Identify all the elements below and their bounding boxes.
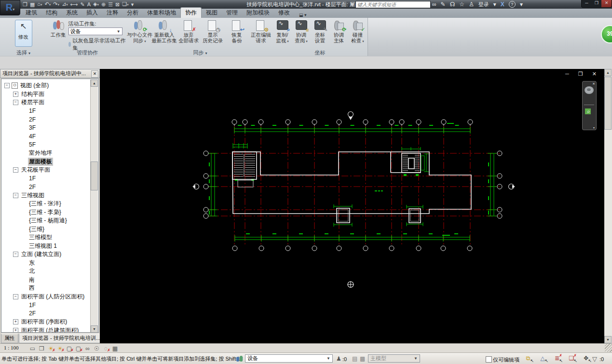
plus-expander-icon[interactable]: + (13, 92, 18, 97)
view-window-buttons[interactable]: ─ ❐ ✕ (565, 71, 600, 77)
search-icon[interactable]: ∞ (432, 1, 436, 8)
plus-expander-icon[interactable]: + (13, 319, 18, 324)
drawing-area[interactable]: ─ ❐ ✕ ✕ ▾ (100, 69, 604, 343)
crop-region-visible-icon[interactable]: ▢✗ (75, 345, 82, 352)
minus-expander-icon[interactable]: − (13, 294, 18, 299)
design-option-dropdown[interactable]: 主模型▼ (368, 354, 420, 363)
scroll-up-icon[interactable]: ▲ (91, 80, 98, 87)
tree-item-面积平面 (人防分区面积)[interactable]: −面积平面 (人防分区面积) (3, 293, 98, 301)
open-icon[interactable]: ❐ (22, 0, 28, 8)
button-恢复备份[interactable]: ↩恢复备份 (225, 19, 248, 49)
button-正在编辑请求[interactable]: ⊙正在编辑请求 (249, 19, 272, 49)
temporary-hide-isolate-icon[interactable]: ☉ (93, 345, 100, 352)
tree-item-三维视图 1[interactable]: 三维视图 1 (3, 242, 98, 251)
tree-item-2F[interactable]: 2F (3, 115, 98, 124)
exchange-apps-icon[interactable]: X (501, 1, 504, 8)
tree-item-北[interactable]: 北 (3, 267, 98, 276)
tree-item-面积平面 (总建筑面积)[interactable]: +面积平面 (总建筑面积) (3, 326, 98, 333)
tab-附加模块[interactable]: 附加模块 (242, 8, 274, 18)
tab-管理[interactable]: 管理 (222, 8, 242, 18)
tab-结构[interactable]: 结构 (41, 8, 62, 18)
subscription-icon[interactable]: ✎ (441, 1, 446, 8)
tab-修改[interactable]: 修改 (274, 8, 294, 18)
crop-view-icon[interactable]: ▢✗ (66, 345, 73, 352)
drag-on-selection-icon[interactable]: ✥↖ (581, 355, 591, 362)
button-与中心文件同步[interactable]: ⟳与中心文件同步 ▾ (128, 19, 151, 49)
vertical-scrollbar[interactable]: ▲ ▼ (604, 69, 612, 343)
select-by-face-icon[interactable]: ❏↖✗ (567, 355, 576, 362)
button-重新载入最新工作集[interactable]: ↓重新载入最新工作集 (152, 19, 176, 49)
editable-only-checkbox[interactable] (486, 356, 492, 363)
select-panel-label[interactable]: 选择 ▾ (0, 49, 47, 56)
tree-item-2F[interactable]: 2F (3, 183, 98, 191)
scroll-down-icon[interactable]: ▼ (91, 325, 98, 333)
save-icon[interactable]: ▦ (29, 0, 35, 8)
close-button[interactable]: ✕ (601, 0, 612, 7)
browser-tab-project-browser[interactable]: 项目浏览器 - 技师学院机电培训... (19, 334, 102, 343)
filter-icon[interactable]: ▽ (592, 355, 597, 363)
tab-建筑[interactable]: 建筑 (21, 8, 41, 18)
tab-分析[interactable]: 分析 (122, 8, 143, 18)
reveal-hidden-elements-icon[interactable]: ∞ (84, 345, 91, 352)
zoom-icon[interactable] (585, 108, 591, 114)
communication-center-icon[interactable]: ☊ (450, 1, 455, 8)
tab-视图[interactable]: 视图 (202, 8, 222, 18)
favorites-icon[interactable]: ☆ (459, 1, 464, 8)
tree-scroll-thumb[interactable] (91, 162, 98, 190)
signin-arrow-icon[interactable]: ▾ (493, 1, 496, 8)
sun-path-icon[interactable]: ☀✗ (47, 345, 54, 352)
tree-item-视图 (全部)[interactable]: −O视图 (全部) (3, 81, 98, 90)
plus-expander-icon[interactable]: + (13, 328, 18, 333)
minus-expander-icon[interactable]: − (13, 252, 18, 257)
tree-item-1F[interactable]: 1F (3, 175, 98, 183)
tree-item-5F[interactable]: 5F (3, 141, 98, 149)
tree-item-1F[interactable]: 1F (3, 301, 98, 310)
help-arrow-icon[interactable]: ▾ (520, 1, 523, 8)
reveal-constraints-icon[interactable]: ◌✗ (102, 345, 109, 352)
tree-item-{三维}[interactable]: {三维} (3, 225, 98, 234)
tab-插入[interactable]: 插入 (82, 8, 102, 18)
text-icon[interactable]: A (87, 0, 91, 8)
restore-button[interactable]: ❐ (592, 0, 602, 7)
minimize-button[interactable]: ─ (582, 0, 592, 7)
view-scale[interactable]: 1 : 100 (4, 345, 19, 351)
worksharing-display-icon[interactable]: ▦ (111, 345, 119, 352)
navbar-close-icon[interactable]: ✕ (592, 82, 595, 86)
modify-button[interactable]: ↖ 修改 (15, 20, 32, 47)
tree-item-4F[interactable]: 4F (3, 132, 98, 141)
minus-expander-icon[interactable]: − (13, 167, 18, 173)
tree-item-{三维 - 张洋}[interactable]: {三维 - 张洋} (3, 200, 98, 208)
button-坐标设置[interactable]: ✎坐标设置 (311, 19, 329, 49)
tab-注释[interactable]: 注释 (102, 8, 122, 18)
navigation-bar[interactable]: ✕ ▾ (582, 81, 597, 130)
button-放弃全部请求[interactable]: ✗放弃全部请求 (177, 19, 200, 49)
tree-scrollbar[interactable]: ▲ ▼ (90, 80, 98, 333)
tree-item-{三维 - 杨雨迪}[interactable]: {三维 - 杨雨迪} (3, 216, 98, 225)
tag-icon[interactable]: ✎ (80, 0, 85, 8)
navbar-arrow-icon[interactable]: ▾ (593, 126, 595, 129)
tree-item-三维模型[interactable]: 三维模型 (3, 233, 98, 242)
tree-item-结构平面[interactable]: +结构平面 (3, 90, 98, 99)
workset-status-dropdown[interactable]: 设备▼ (245, 354, 333, 363)
scroll-up-icon[interactable]: ▲ (604, 69, 612, 76)
tree-item-1F[interactable]: 1F (3, 107, 98, 116)
button-复制/监视[interactable]: ⌕复制/监视 ▾ (273, 19, 291, 49)
tree-item-天花板平面[interactable]: −天花板平面 (3, 166, 98, 175)
minus-expander-icon[interactable]: − (4, 83, 10, 88)
scroll-down-icon[interactable]: ▼ (604, 336, 612, 343)
project-browser-close-icon[interactable]: ✕ (91, 70, 98, 78)
select-underlay-icon[interactable]: △↖ (538, 355, 547, 362)
close-hidden-windows-icon[interactable]: ⊠ (115, 0, 120, 8)
button-协调查阅[interactable]: ≡协调查阅 ▾ (292, 19, 310, 49)
tab-协作[interactable]: 协作 (180, 7, 202, 18)
select-links-icon[interactable]: ⧉↖ (523, 355, 533, 362)
shadows-icon[interactable]: ☀✗ (56, 345, 64, 352)
tab-系统[interactable]: 系统 (62, 8, 82, 18)
tree-item-面积平面 (净面积)[interactable]: +面积平面 (净面积) (3, 318, 98, 326)
section-icon[interactable]: ⊕ (101, 0, 106, 8)
detail-level-icon[interactable]: ▭ (29, 345, 36, 352)
customize-qat-icon[interactable]: ▾ (131, 0, 135, 8)
button-协调主体[interactable]: ⟳协调主体 (330, 19, 348, 49)
tree-item-2F[interactable]: 2F (3, 310, 98, 318)
tree-item-室外地坪[interactable]: 室外地坪 (3, 149, 98, 158)
